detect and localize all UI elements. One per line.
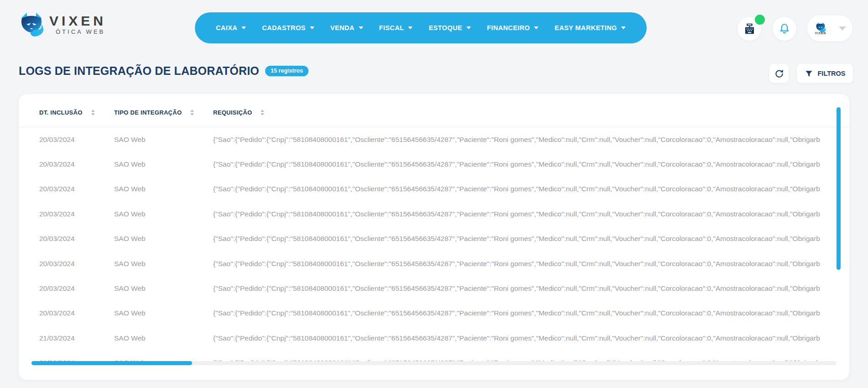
page-header: LOGS DE INTEGRAÇÃO DE LABORATÓRIO 15 reg… (19, 64, 309, 78)
notifications-button[interactable] (773, 17, 796, 41)
chevron-down-icon (310, 26, 314, 29)
row-integration-type: SAO Web (114, 160, 213, 168)
cash-register-icon (743, 23, 756, 35)
row-request-json: {"Sao":{"Pedido":{"Cnpj":"58108408000161… (213, 185, 837, 193)
row-integration-type: SAO Web (114, 284, 213, 293)
table-row[interactable]: 20/03/2024 SAO Web {"Sao":{"Pedido":{"Cn… (39, 127, 849, 152)
row-request-json: {"Sao":{"Pedido":{"Cnpj":"58108408000161… (213, 334, 837, 342)
brand-tagline: ÓTICA WEB (49, 28, 106, 35)
row-request-json: {"Sao":{"Pedido":{"Cnpj":"58108408000161… (213, 284, 837, 293)
table-row[interactable]: 20/03/2024 SAO Web {"Sao":{"Pedido":{"Cn… (39, 152, 849, 177)
brand-logo[interactable]: VIXEN ÓTICA WEB (18, 12, 106, 37)
chevron-down-icon (241, 26, 246, 29)
column-header-label: TIPO DE INTEGRAÇÃO (114, 109, 182, 116)
row-integration-type: SAO Web (114, 210, 213, 218)
row-request-json: {"Sao":{"Pedido":{"Cnpj":"58108408000161… (213, 235, 837, 243)
nav-item-label: CAIXA (216, 24, 237, 31)
nav-item-estoque[interactable]: ESTOQUE (429, 24, 471, 31)
row-integration-type: SAO Web (114, 260, 213, 268)
nav-item-label: EASY MARKETING (554, 24, 617, 31)
row-date: 20/03/2024 (39, 309, 114, 317)
row-date: 20/03/2024 (39, 136, 114, 144)
main-nav: CAIXA CADASTROS VENDA FISCAL ESTOQUE FIN… (195, 12, 647, 43)
filter-funnel-icon (805, 69, 813, 78)
nav-item-venda[interactable]: VENDA (330, 24, 363, 31)
row-date: 21/03/2024 (39, 334, 114, 342)
table-row[interactable]: 21/03/2024 SAO Web {"Sao":{"Pedido":{"Cn… (39, 326, 849, 351)
chevron-down-icon (466, 26, 471, 29)
nav-item-cadastros[interactable]: CADASTROS (262, 24, 314, 31)
row-integration-type: SAO Web (114, 136, 213, 144)
row-date: 20/03/2024 (39, 185, 114, 193)
row-request-json: {"Sao":{"Pedido":{"Cnpj":"58108408000161… (213, 309, 837, 317)
chevron-down-icon (534, 26, 539, 29)
nav-item-caixa[interactable]: CAIXA (216, 24, 246, 31)
nav-item-label: VENDA (330, 24, 355, 31)
user-avatar: VIXEN (812, 20, 829, 37)
avatar-brand-label: VIXEN (815, 31, 826, 35)
row-integration-type: SAO Web (114, 334, 213, 342)
horizontal-scrollbar-thumb[interactable] (31, 361, 192, 365)
nav-item-label: FINANCEIRO (487, 24, 530, 31)
nav-item-easy-marketing[interactable]: EASY MARKETING (554, 24, 626, 31)
sort-icon[interactable] (261, 110, 264, 115)
table-body: 20/03/2024 SAO Web {"Sao":{"Pedido":{"Cn… (39, 127, 849, 365)
row-date: 20/03/2024 (39, 235, 114, 243)
row-integration-type: SAO Web (114, 309, 213, 317)
row-request-json: {"Sao":{"Pedido":{"Cnpj":"58108408000161… (213, 210, 837, 218)
cash-register-button[interactable] (737, 17, 761, 41)
chevron-down-icon (408, 26, 413, 29)
vixen-fox-logo-icon (18, 12, 45, 37)
table-row[interactable]: 20/03/2024 SAO Web {"Sao":{"Pedido":{"Cn… (39, 301, 849, 325)
column-header-dt-inclusao[interactable]: DT. INCLUSÃO (39, 109, 114, 116)
vertical-scrollbar-thumb[interactable] (837, 107, 841, 270)
records-count-badge: 15 registros (265, 66, 309, 76)
row-integration-type: SAO Web (114, 185, 213, 193)
nav-item-label: CADASTROS (262, 24, 305, 31)
table-row[interactable]: 20/03/2024 SAO Web {"Sao":{"Pedido":{"Cn… (39, 251, 849, 276)
filters-button-label: FILTROS (818, 70, 846, 77)
row-request-json: {"Sao":{"Pedido":{"Cnpj":"58108408000161… (213, 260, 837, 268)
row-date: 20/03/2024 (39, 160, 114, 168)
row-request-json: {"Sao":{"Pedido":{"Cnpj":"58108408000161… (213, 160, 837, 168)
nav-item-fiscal[interactable]: FISCAL (379, 24, 413, 31)
nav-item-label: FISCAL (379, 24, 404, 31)
table-row[interactable]: 20/03/2024 SAO Web {"Sao":{"Pedido":{"Cn… (39, 177, 849, 201)
brand-wordmark: VIXEN ÓTICA WEB (49, 14, 106, 35)
row-request-json: {"Sao":{"Pedido":{"Cnpj":"58108408000161… (213, 136, 837, 144)
user-menu[interactable]: VIXEN (807, 15, 852, 42)
table-header-row: DT. INCLUSÃO TIPO DE INTEGRAÇÃO REQUISIÇ… (39, 105, 840, 120)
chevron-down-icon (621, 26, 626, 29)
nav-item-financeiro[interactable]: FINANCEIRO (487, 24, 539, 31)
filters-button[interactable]: FILTROS (797, 64, 853, 83)
refresh-button[interactable] (769, 64, 789, 83)
table-row[interactable]: 20/03/2024 SAO Web {"Sao":{"Pedido":{"Cn… (39, 276, 849, 301)
row-date: 20/03/2024 (39, 284, 114, 293)
table-row[interactable]: 20/03/2024 SAO Web {"Sao":{"Pedido":{"Cn… (39, 202, 849, 226)
row-integration-type: SAO Web (114, 235, 213, 243)
status-online-dot (755, 15, 765, 25)
logs-table-card: DT. INCLUSÃO TIPO DE INTEGRAÇÃO REQUISIÇ… (19, 94, 849, 380)
row-date: 20/03/2024 (39, 260, 114, 268)
table-row[interactable]: 20/03/2024 SAO Web {"Sao":{"Pedido":{"Cn… (39, 226, 849, 251)
chevron-down-icon (359, 26, 363, 29)
sort-icon[interactable] (190, 110, 194, 115)
column-header-tipo-de-integracao[interactable]: TIPO DE INTEGRAÇÃO (114, 109, 213, 116)
row-date: 20/03/2024 (39, 210, 114, 218)
sort-icon[interactable] (91, 110, 95, 115)
refresh-icon (774, 69, 784, 79)
column-header-requisicao[interactable]: REQUISIÇÃO (213, 109, 837, 116)
column-header-label: DT. INCLUSÃO (39, 109, 83, 116)
nav-item-label: ESTOQUE (429, 24, 462, 31)
brand-name: VIXEN (49, 14, 106, 28)
column-header-label: REQUISIÇÃO (213, 109, 252, 116)
bell-icon (779, 23, 790, 35)
chevron-down-icon (839, 26, 846, 31)
page-title: LOGS DE INTEGRAÇÃO DE LABORATÓRIO (19, 64, 259, 78)
